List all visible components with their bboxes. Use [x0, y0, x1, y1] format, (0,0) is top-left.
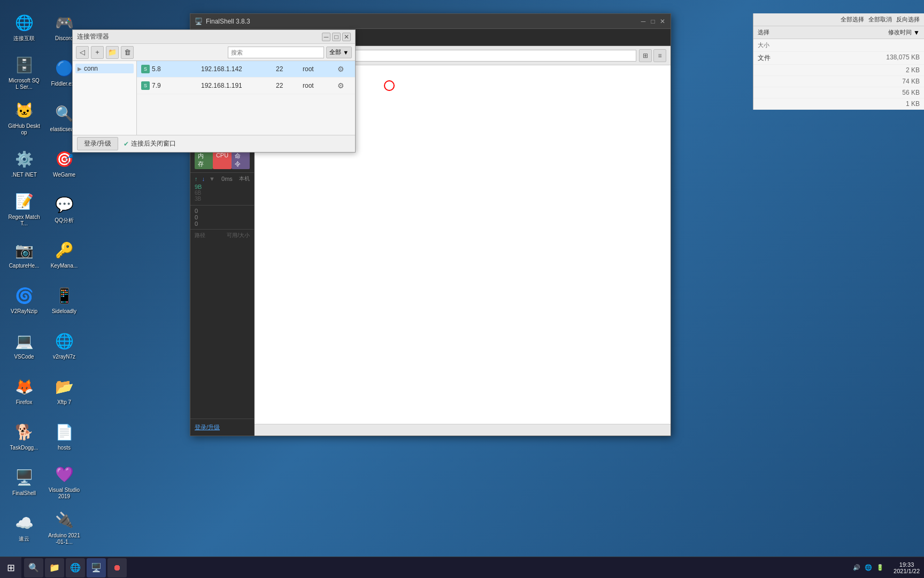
icon-finalshell-desktop[interactable]: 🖥️ FinalShell: [5, 460, 43, 503]
filter-dropdown[interactable]: 全部 ▼: [326, 47, 352, 58]
tab-cmd[interactable]: 命令: [232, 151, 250, 169]
tab-mem[interactable]: 内存: [195, 151, 213, 169]
path-bar[interactable]: [321, 50, 636, 62]
icon-xftp[interactable]: 📂 Xftp 7: [45, 369, 83, 412]
icon-inet[interactable]: ⚙️ .NET iNET: [5, 142, 43, 185]
dialog-minimize-button[interactable]: ─: [322, 33, 330, 41]
tree-arrow-icon: ▶: [78, 66, 82, 72]
icon-capture[interactable]: 📷 CaptureHe...: [5, 233, 43, 276]
conn-port-1: 22: [276, 65, 303, 73]
filter-arrow-icon: ▼: [343, 49, 349, 56]
tree-item-label: conn: [84, 65, 98, 72]
dialog-win-controls: ─ □ ✕: [322, 33, 351, 41]
icon-sideloadly[interactable]: 📱 Sideloadly: [45, 278, 83, 321]
select-all-option[interactable]: 全部选择: [841, 16, 864, 24]
tab-cpu[interactable]: CPU: [213, 151, 232, 169]
search-input[interactable]: [228, 47, 324, 58]
sort-control[interactable]: 修改时间 ▼: [888, 28, 920, 36]
login-bottom-section: 登录/升级: [190, 419, 254, 436]
conn-settings-2[interactable]: ⚙: [335, 80, 346, 92]
icon-github[interactable]: 🐱 GitHub Desktop: [5, 96, 43, 139]
login-upgrade-link[interactable]: 登录/升级: [195, 424, 220, 430]
taskbar-search[interactable]: 🔍: [24, 558, 43, 577]
taskbar-clock: 19:33 2021/1/22: [889, 561, 924, 574]
icon-sqlserver[interactable]: 🗄️ Microsoft SQL Ser...: [5, 51, 43, 94]
tree-item-conn[interactable]: ▶ conn: [75, 64, 134, 73]
icon-internet[interactable]: 🌐 连接互联: [5, 5, 43, 48]
taskbar-chrome[interactable]: 🌐: [66, 558, 85, 577]
right-file-panel: 全部选择 全部取消 反向选择 选择 修改时间 ▼ 大小 文件 138,075 K…: [753, 13, 924, 110]
expand-icon[interactable]: ▼: [209, 176, 215, 182]
login-upgrade-button[interactable]: 登录/升级: [77, 137, 118, 150]
dialog-list: S 5.8 192.168.1.142 22 root ⚙ S 7.9 192.…: [137, 61, 355, 135]
file-row-2[interactable]: 2 KB: [753, 65, 924, 76]
select-label: 选择: [758, 28, 769, 36]
net-stats: 0 0 0: [190, 206, 254, 229]
icon-visual[interactable]: 💜 Visual Studio 2019: [45, 460, 83, 503]
conn-name-2: 7.9: [152, 82, 161, 89]
invert-selection-option[interactable]: 反向选择: [896, 16, 920, 24]
maximize-button[interactable]: □: [649, 18, 657, 25]
icon-qqfenxi[interactable]: 💬 QQ分析: [45, 187, 83, 230]
icon-firefox[interactable]: 🦊 Firefox: [5, 369, 43, 412]
start-button[interactable]: ⊞: [0, 557, 21, 579]
icon-regex[interactable]: 📝 Regex Match T...: [5, 187, 43, 230]
size-header-label: 大小: [758, 41, 769, 49]
file-row-3[interactable]: 74 KB: [753, 76, 924, 87]
net-stat-1: 0: [195, 208, 250, 214]
app-title: FinalShell 3.8.3: [206, 18, 250, 25]
close-button[interactable]: ✕: [659, 18, 666, 25]
net-label: 0ms: [221, 176, 233, 182]
toolbar-back-button[interactable]: ◁: [76, 46, 89, 59]
net-bar-graph: 9B: [195, 184, 202, 190]
file-row-4[interactable]: 56 KB: [753, 87, 924, 98]
disk-section: 路径 可用/大小: [190, 229, 254, 419]
file-size-header: 大小: [753, 39, 924, 52]
conn-name-1: 5.8: [152, 65, 161, 73]
taskbar-record[interactable]: ⏺: [107, 558, 127, 577]
connection-item-1[interactable]: S 5.8 192.168.1.142 22 root ⚙: [137, 61, 355, 78]
dialog-toolbar: ◁ + 📁 🗑 全部 ▼: [73, 44, 355, 61]
net-stat-3: 0: [195, 220, 250, 227]
dialog-content: ▶ conn S 5.8 192.168.1.142 22 root ⚙: [73, 61, 355, 135]
minimize-button[interactable]: ─: [640, 18, 647, 25]
icon-suyun[interactable]: ☁️ 速云: [5, 506, 43, 549]
list-view-button[interactable]: ≡: [653, 49, 666, 62]
connection-item-2[interactable]: S 7.9 192.168.1.191 22 root ⚙: [137, 78, 355, 94]
dialog-title: 连接管理器: [77, 32, 109, 41]
icon-v2ray[interactable]: 🌀 V2RayNzip: [5, 278, 43, 321]
icon-taskdoge[interactable]: 🐕 TaskDogg...: [5, 415, 43, 458]
toolbar-add-button[interactable]: +: [91, 46, 104, 59]
icon-hosts[interactable]: 📄 hosts: [45, 415, 83, 458]
file-row-1[interactable]: 文件 138,075 KB: [753, 52, 924, 65]
deselect-all-option[interactable]: 全部取消: [868, 16, 892, 24]
file-size-1: 138,075 KB: [886, 54, 920, 63]
taskbar: ⊞ 🔍 📁 🌐 🖥️ ⏺ 🔊 🌐 🔋 19:33 2021/1/22: [0, 557, 924, 578]
arrow-up-icon: ↑: [195, 176, 198, 182]
conn-user-1: root: [303, 65, 335, 73]
icon-vscode[interactable]: 💻 VSCode: [5, 324, 43, 367]
conn-settings-1[interactable]: ⚙: [335, 63, 346, 75]
dialog-titlebar: 连接管理器 ─ □ ✕: [73, 30, 355, 44]
icon-v2rayn[interactable]: 🌐 v2rayN7z: [45, 324, 83, 367]
icon-keyman[interactable]: 🔑 KeyMana...: [45, 233, 83, 276]
disk-size-label: 可用/大小: [227, 232, 250, 239]
taskbar-explorer[interactable]: 📁: [45, 558, 64, 577]
sort-dropdown-icon: ▼: [913, 29, 920, 36]
toolbar-delete-button[interactable]: 🗑: [121, 46, 134, 59]
grid-view-button[interactable]: ⊞: [639, 49, 652, 62]
filter-label: 全部: [329, 48, 341, 56]
file-list: 大小 文件 138,075 KB 2 KB 74 KB 56 KB 1 KB: [753, 39, 924, 110]
toolbar-folder-button[interactable]: 📁: [106, 46, 119, 59]
conn-ip-2: 192.168.1.191: [201, 82, 276, 89]
server-icon-2: S: [141, 81, 150, 90]
conn-name-cell-2: S 7.9: [141, 81, 201, 90]
taskbar-finalshell[interactable]: 🖥️: [87, 558, 106, 577]
dialog-close-button[interactable]: ✕: [342, 33, 351, 41]
icon-arduino[interactable]: 🔌 Arduino 2021-01-1...: [45, 506, 83, 549]
tray-icon-3: 🔋: [876, 564, 884, 571]
close-after-connect[interactable]: ✔ 连接后关闭窗口: [124, 139, 176, 148]
dialog-maximize-button[interactable]: □: [332, 33, 341, 41]
file-row-5[interactable]: 1 KB: [753, 98, 924, 110]
dialog-tree: ▶ conn: [73, 61, 137, 135]
